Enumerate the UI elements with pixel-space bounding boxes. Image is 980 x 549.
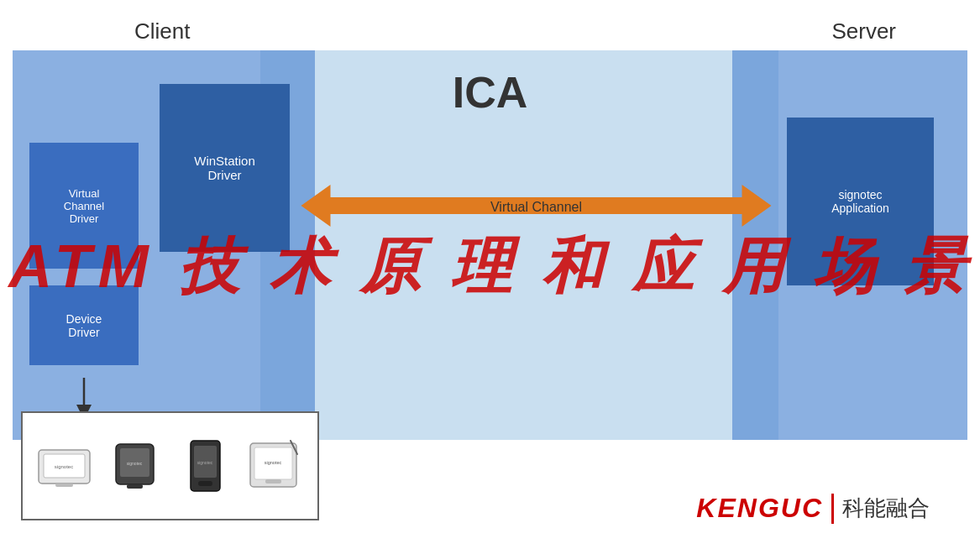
svg-rect-9 [127,484,143,489]
ica-text: ICA [0,67,980,118]
winstation-label: WinStationDriver [194,154,255,182]
svg-text:signotec: signotec [197,460,213,465]
server-label: Server [831,18,896,44]
vcd-label: VirtualChannelDriver [64,187,104,225]
svg-rect-19 [265,479,281,484]
svg-text:signotec: signotec [264,460,281,465]
device-3: signotec [176,437,234,495]
logo-chinese: 科能融合 [842,494,930,523]
svg-rect-14 [198,481,212,486]
signotec-label: signotecApplication [831,188,889,215]
client-label: Client [134,18,190,44]
svg-text:signotec: signotec [127,461,143,466]
devices-box: signotec signotec signotec [21,411,319,520]
watermark-text: ATM 技 术 原 理 和 应 用 场 景 [0,227,980,307]
device-driver-label: DeviceDriver [66,312,102,339]
logo-area: KENGUC 科能融合 [696,493,930,524]
device-4: signotec [246,437,305,495]
main-container: Client Server ICA WinStationDriver Virtu… [0,0,980,549]
svg-text:signotec: signotec [55,464,73,469]
device-1: signotec [35,437,94,495]
logo-separator [831,494,834,524]
svg-rect-6 [55,484,73,487]
device-2: signotec [106,437,165,495]
virtual-channel-label: Virtual Channel [294,200,778,215]
logo-brand: KENGUC [696,493,823,524]
